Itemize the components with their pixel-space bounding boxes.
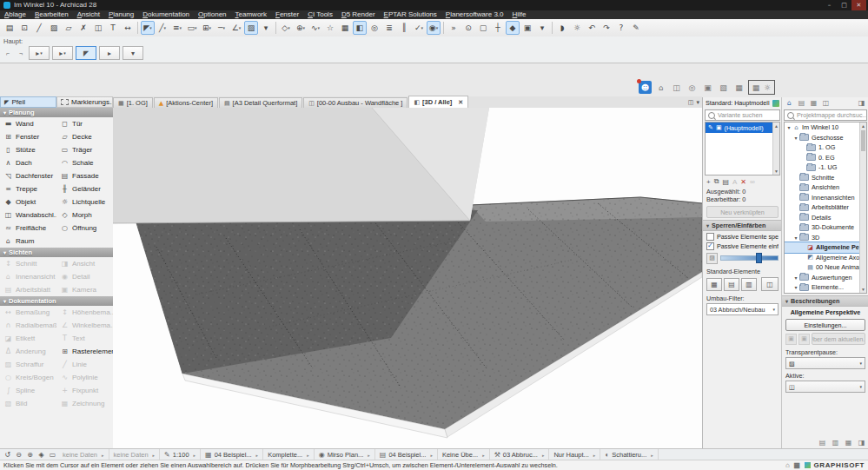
history-back-icon[interactable]: ↺ bbox=[2, 451, 13, 459]
active-reference-dropdown[interactable]: ◫ ▾ bbox=[785, 381, 865, 393]
descriptions-section-header[interactable]: Beschreibungen bbox=[782, 295, 868, 307]
expander-icon[interactable]: ▾ bbox=[792, 275, 799, 281]
ref2-icon[interactable]: ▣ bbox=[798, 334, 810, 345]
checkbox-unchecked[interactable] bbox=[706, 233, 714, 241]
explore-icon[interactable]: » bbox=[447, 21, 461, 35]
home-icon[interactable]: ⌂ bbox=[785, 461, 790, 469]
menu-bearbeiten[interactable]: Bearbeiten bbox=[30, 10, 73, 19]
3d-viewport[interactable] bbox=[113, 108, 702, 449]
view-map-icon[interactable]: ▤ bbox=[797, 98, 806, 108]
scroll-down-icon[interactable]: ▼ bbox=[773, 168, 779, 175]
redo-icon[interactable]: ↷ bbox=[600, 21, 613, 35]
pen-weight-icon[interactable]: ≡ bbox=[170, 21, 184, 35]
crosshair-icon[interactable]: ┼ bbox=[491, 21, 505, 35]
detail-toggle-icon[interactable]: ◫ bbox=[761, 277, 779, 291]
scroll-down-icon[interactable]: ▼ bbox=[860, 286, 866, 293]
menu-optionen[interactable]: Optionen bbox=[194, 10, 230, 19]
add-icon[interactable]: + bbox=[706, 178, 711, 186]
settings-sun-icon[interactable]: ☼ bbox=[570, 21, 584, 35]
variants-palette-icon[interactable] bbox=[772, 100, 779, 107]
annotate-icon[interactable]: ◗ bbox=[555, 21, 569, 35]
camera-icon[interactable]: ▣ bbox=[520, 21, 534, 35]
tool-radialbemassung[interactable]: ∩Radialbemaß... bbox=[0, 319, 56, 332]
tool-schraffur[interactable]: ▨Schraffur bbox=[0, 358, 56, 371]
tool-text[interactable]: TText bbox=[56, 332, 113, 345]
selection-box-icon[interactable]: ▢ bbox=[476, 21, 490, 35]
pan-icon[interactable]: ◈ bbox=[36, 451, 47, 459]
variant-list[interactable]: ✎ ▣ (Hauptmodell) ▲ ▼ bbox=[705, 122, 780, 175]
tab-1-og[interactable]: ▦[1. OG] bbox=[113, 97, 153, 108]
print-view-icon[interactable]: ▤ bbox=[724, 278, 739, 291]
slider-thumb[interactable] bbox=[756, 253, 762, 263]
tab-ausbau-wandflaeche[interactable]: ◫[00-00 Ausbau - Wandfläche ] bbox=[303, 97, 407, 108]
arrow-cursor-button[interactable]: ◤ bbox=[76, 46, 96, 60]
grid-snap-icon[interactable]: ⊞ bbox=[200, 21, 214, 35]
expander-icon[interactable]: ▾ bbox=[792, 235, 799, 241]
tool-rasterelement[interactable]: ⊞Rasterelement bbox=[56, 345, 113, 358]
scissors-icon[interactable]: ✗ bbox=[76, 21, 90, 35]
close-button[interactable]: ✕ bbox=[851, 0, 866, 10]
tool-kreis-bogen[interactable]: ○Kreis/Bogen bbox=[0, 371, 56, 384]
expander-icon[interactable]: ▾ bbox=[785, 124, 792, 130]
menu-ablage[interactable]: Ablage bbox=[0, 10, 30, 19]
tool-bild[interactable]: ▧Bild bbox=[0, 397, 56, 410]
teamwork-user-icon[interactable]: ☻ bbox=[639, 81, 652, 94]
fill-type-icon[interactable]: ▨ bbox=[244, 21, 258, 35]
dash-type-icon[interactable]: ─ bbox=[215, 21, 229, 35]
tool-raum[interactable]: ⌂Raum bbox=[0, 235, 56, 248]
maximize-button[interactable]: □ bbox=[837, 0, 851, 10]
model-compare-icon[interactable]: ◫ bbox=[670, 81, 683, 94]
fly-mode-icon[interactable]: ◆ bbox=[506, 21, 520, 35]
tree-item-im-winkel-10[interactable]: ▾⌂Im Winkel 10 bbox=[785, 122, 866, 133]
tab-menu-icon[interactable]: ▾ bbox=[696, 99, 699, 106]
tool-oeffnung[interactable]: ○Öffnung bbox=[56, 222, 113, 235]
camera-icon[interactable]: ▣ bbox=[701, 81, 714, 94]
menu-ci-tools[interactable]: CI Tools bbox=[303, 10, 337, 19]
list-view-icon[interactable]: ▥ bbox=[831, 438, 840, 447]
tree-item-neue-animations[interactable]: ▤00 Neue Animations... bbox=[785, 262, 866, 273]
lock-section-header[interactable]: Sperren/Einfärben bbox=[703, 220, 782, 231]
scroll-up-icon[interactable]: ▲ bbox=[860, 122, 866, 129]
tool-polylinie[interactable]: ∿Polylinie bbox=[56, 371, 113, 384]
tab-a3-detail[interactable]: ▤[A3 Detail Querformat] bbox=[219, 97, 302, 108]
text-style-icon[interactable]: T bbox=[106, 21, 120, 35]
marquee-tool-tab[interactable]: Markierungs... bbox=[56, 96, 113, 108]
tool-schnitt[interactable]: ↕Schnitt bbox=[0, 257, 56, 270]
tree-item-3d[interactable]: ▾3D bbox=[785, 233, 866, 243]
zoom-tool-icon[interactable]: ⊙ bbox=[461, 21, 475, 35]
layout-panel-icon[interactable]: ◧ bbox=[353, 21, 367, 35]
menu-button[interactable]: ▾ bbox=[123, 46, 143, 60]
tool-aenderung[interactable]: ΔÄnderung bbox=[0, 345, 56, 358]
layout-book-icon[interactable]: ▦ bbox=[809, 98, 818, 108]
minimize-button[interactable]: – bbox=[822, 0, 837, 10]
menu-eptar[interactable]: EPTAR Solutions bbox=[380, 10, 441, 19]
expander-icon[interactable]: ▾ bbox=[792, 135, 799, 141]
toolbox-section-planung[interactable]: Planung bbox=[0, 108, 113, 117]
tool-winkelbemassung[interactable]: ∠Winkelbema... bbox=[56, 319, 113, 332]
globe-icon[interactable]: ◉ bbox=[427, 21, 441, 35]
scrollbar-thumb[interactable] bbox=[861, 130, 865, 151]
zoom-in-icon[interactable]: ⊕ bbox=[24, 451, 36, 459]
menu-fenster[interactable]: Fenster bbox=[271, 10, 303, 19]
tree-item-0-eg[interactable]: 0. EG bbox=[785, 153, 866, 163]
tool-wandabschluss[interactable]: ◫Wandabschl... bbox=[0, 209, 56, 222]
tree-item-1-og[interactable]: 1. OG bbox=[785, 142, 866, 153]
tool-wand[interactable]: ▬Wand bbox=[0, 117, 56, 130]
menu-teamwork[interactable]: Teamwork bbox=[231, 10, 271, 19]
camera-dropdown-icon[interactable]: ▾ bbox=[535, 21, 549, 35]
angle-icon[interactable]: ∠ bbox=[229, 21, 243, 35]
layers-icon[interactable]: ≣ bbox=[382, 21, 396, 35]
renovation-filter-dropdown[interactable]: 03 Abbruch/Neubau ▾ bbox=[706, 303, 779, 315]
fit-view-icon[interactable]: ▭ bbox=[47, 451, 58, 459]
tool-detail[interactable]: ◉Detail bbox=[56, 270, 113, 283]
project-search-input[interactable]: Projektmappe durchsuc... bbox=[784, 109, 867, 121]
folder-icon[interactable]: ▤ bbox=[722, 178, 729, 186]
pen-icon[interactable]: ✎ bbox=[629, 21, 643, 35]
tree-item-details[interactable]: Details bbox=[785, 213, 866, 223]
checkbox-checked[interactable] bbox=[706, 242, 714, 250]
tool-etikett[interactable]: ◪Etikett bbox=[0, 332, 56, 345]
mesh-icon[interactable]: ▦ bbox=[338, 21, 352, 35]
tree-item-arbeitsblaetter[interactable]: Arbeitsblätter bbox=[785, 202, 866, 213]
lock-passive-checkbox-row[interactable]: Passive Elemente sperren bbox=[706, 233, 779, 241]
marquee-icon[interactable]: ⊡ bbox=[17, 21, 31, 35]
